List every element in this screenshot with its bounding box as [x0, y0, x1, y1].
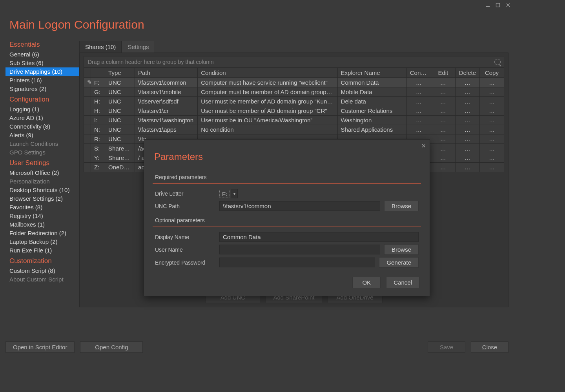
edit-action[interactable]: …	[431, 163, 455, 172]
minimize-button[interactable]	[483, 2, 492, 9]
generate-password-button[interactable]: Generate	[379, 257, 419, 268]
copy-action[interactable]: …	[479, 125, 504, 134]
table-row[interactable]: N:UNC\\fastsrv1\appsNo conditionShared A…	[84, 125, 504, 134]
copy-action[interactable]: …	[479, 116, 504, 125]
close-window-button[interactable]	[504, 2, 512, 9]
sidebar-item[interactable]: Drive Mappings (10)	[5, 67, 79, 76]
row-handle-icon[interactable]	[84, 106, 91, 116]
sidebar-item[interactable]: Printers (16)	[5, 76, 79, 85]
table-row[interactable]: H:UNC\\fastsrv1\crUser must be member of…	[84, 106, 504, 116]
condition-action[interactable]: …	[406, 97, 431, 106]
sidebar-item[interactable]: Desktop Shortcuts (10)	[5, 186, 79, 194]
column-header[interactable]: Path	[135, 68, 198, 78]
row-handle-icon[interactable]	[84, 97, 91, 106]
sidebar-item[interactable]: Microsoft Office (2)	[5, 169, 79, 177]
column-header[interactable]: Edit	[431, 68, 455, 78]
browse-unc-button[interactable]: Browse	[384, 201, 419, 211]
row-handle-icon[interactable]	[84, 134, 91, 144]
delete-action[interactable]: …	[455, 116, 479, 125]
unc-path-input[interactable]	[219, 201, 380, 211]
column-header[interactable]: Condition	[198, 68, 337, 78]
row-handle-icon[interactable]	[84, 116, 91, 125]
edit-action[interactable]: …	[431, 78, 455, 87]
column-header[interactable]: Condition	[406, 68, 431, 78]
column-header[interactable]: Type	[105, 68, 135, 78]
delete-action[interactable]: …	[455, 106, 479, 116]
sidebar-item[interactable]: About Custom Script	[5, 275, 79, 284]
edit-action[interactable]: …	[431, 106, 455, 116]
chevron-down-icon[interactable]: ▾	[231, 189, 238, 198]
delete-action[interactable]: …	[455, 134, 479, 144]
sidebar-item[interactable]: Browser Settings (2)	[5, 194, 79, 203]
row-handle-icon[interactable]	[84, 87, 91, 97]
sidebar-item[interactable]: Logging (1)	[5, 105, 79, 114]
edit-action[interactable]: …	[431, 134, 455, 144]
dialog-close-icon[interactable]: ×	[421, 142, 426, 150]
row-handle-icon[interactable]	[84, 153, 91, 163]
edit-action[interactable]: …	[431, 144, 455, 153]
sidebar-item[interactable]: Personalization	[5, 177, 79, 186]
sidebar-item[interactable]: Laptop Backup (2)	[5, 238, 79, 246]
group-by-bar[interactable]: Drag a column header here to group by th…	[84, 56, 504, 68]
tab[interactable]: Shares (10)	[79, 41, 122, 53]
edit-action[interactable]: …	[431, 125, 455, 134]
delete-action[interactable]: …	[455, 144, 479, 153]
password-input[interactable]	[219, 258, 375, 267]
ok-button[interactable]: OK	[352, 277, 381, 288]
drive-letter-select[interactable]: F:	[219, 190, 230, 198]
user-name-input[interactable]	[219, 245, 380, 254]
column-header[interactable]	[84, 68, 91, 78]
edit-action[interactable]: …	[431, 87, 455, 97]
column-header[interactable]: Copy	[479, 68, 504, 78]
sidebar-item[interactable]: Run Exe File (1)	[5, 246, 79, 255]
row-handle-icon[interactable]: ✎	[84, 78, 91, 87]
maximize-button[interactable]	[494, 2, 502, 9]
sidebar-item[interactable]: Connectivity (8)	[5, 122, 79, 131]
column-header[interactable]	[91, 68, 105, 78]
sidebar-item[interactable]: Signatures (2)	[5, 85, 79, 93]
delete-action[interactable]: …	[455, 87, 479, 97]
delete-action[interactable]: …	[455, 163, 479, 172]
display-name-input[interactable]	[219, 232, 419, 242]
copy-action[interactable]: …	[479, 134, 504, 144]
delete-action[interactable]: …	[455, 97, 479, 106]
condition-action[interactable]: …	[406, 87, 431, 97]
condition-action[interactable]: …	[406, 106, 431, 116]
sidebar-item[interactable]: Favorites (8)	[5, 203, 79, 212]
column-header[interactable]: Explorer Name	[337, 68, 406, 78]
copy-action[interactable]: …	[479, 153, 504, 163]
open-script-editor-button[interactable]: Open in Script Editor	[5, 341, 75, 353]
row-handle-icon[interactable]	[84, 144, 91, 153]
row-handle-icon[interactable]	[84, 125, 91, 134]
delete-action[interactable]: …	[455, 78, 479, 87]
column-header[interactable]: Delete	[455, 68, 479, 78]
sidebar-item[interactable]: General (6)	[5, 50, 79, 59]
sidebar-item[interactable]: Registry (14)	[5, 212, 79, 220]
condition-action[interactable]: …	[406, 78, 431, 87]
copy-action[interactable]: …	[479, 78, 504, 87]
search-icon[interactable]	[494, 59, 501, 65]
edit-action[interactable]: …	[431, 116, 455, 125]
close-button[interactable]: Close	[471, 341, 508, 353]
condition-action[interactable]: …	[406, 116, 431, 125]
copy-action[interactable]: …	[479, 106, 504, 116]
edit-action[interactable]: …	[431, 153, 455, 163]
sidebar-item[interactable]: Sub Sites (6)	[5, 59, 79, 67]
cancel-button[interactable]: Cancel	[386, 277, 419, 288]
save-button[interactable]: Save	[428, 341, 465, 353]
sidebar-item[interactable]: Custom Script (8)	[5, 267, 79, 275]
copy-action[interactable]: …	[479, 87, 504, 97]
sidebar-item[interactable]: Folder Redirection (2)	[5, 229, 79, 238]
delete-action[interactable]: …	[455, 125, 479, 134]
copy-action[interactable]: …	[479, 163, 504, 172]
row-handle-icon[interactable]	[84, 163, 91, 172]
sidebar-item[interactable]: Alerts (9)	[5, 131, 79, 140]
open-config-button[interactable]: Open Config	[80, 341, 143, 353]
copy-action[interactable]: …	[479, 144, 504, 153]
delete-action[interactable]: …	[455, 153, 479, 163]
sidebar-item[interactable]: GPO Settings	[5, 148, 79, 157]
table-row[interactable]: H:UNC\\dserver\sdfsdfUser must be member…	[84, 97, 504, 106]
edit-action[interactable]: …	[431, 97, 455, 106]
table-row[interactable]: ✎F:UNC\\fastsrv1\commonComputer must hav…	[84, 78, 504, 87]
condition-action[interactable]: …	[406, 125, 431, 134]
